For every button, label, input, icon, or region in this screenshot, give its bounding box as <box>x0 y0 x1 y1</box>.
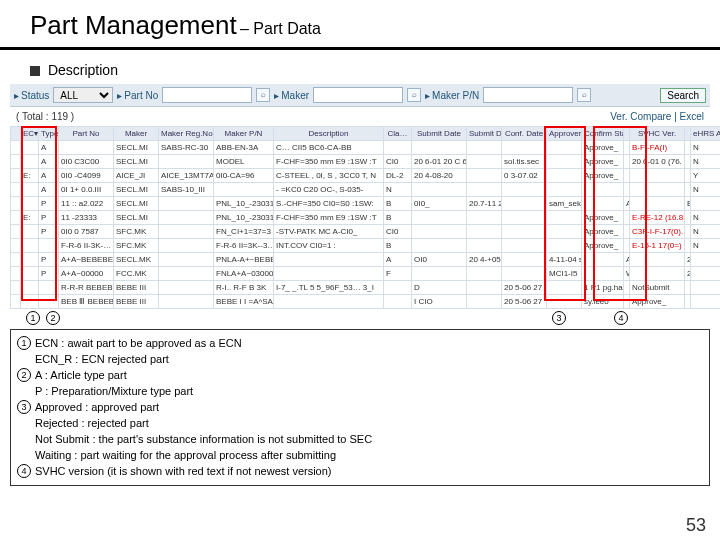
table-cell: -STV-PATK MC A-CI0_ <box>274 225 384 239</box>
table-cell: INT.COV CI0=1 : <box>274 239 384 253</box>
column-header[interactable]: Maker Reg.No <box>159 127 214 141</box>
table-cell <box>582 183 624 197</box>
table-cell: SFC.MK <box>114 225 159 239</box>
table-cell: SABS-10_III <box>159 183 214 197</box>
table-cell <box>159 267 214 281</box>
table-cell: F-R-6 II-3K-… <box>59 239 114 253</box>
table-cell: CI0 <box>384 225 412 239</box>
table-row[interactable]: A0I 1+ 0.0.IIISECL.MISABS-10_III- =KC0 C… <box>11 183 721 197</box>
legend-line: Not Submit : the part's substance inform… <box>17 432 701 448</box>
column-header[interactable]: EC▾ <box>21 127 39 141</box>
table-cell <box>11 141 21 155</box>
table-row[interactable]: E:A0I0 -C4099AICE_JIAICE_13MT7AL0I0-CA=9… <box>11 169 721 183</box>
column-header[interactable]: Cla… <box>384 127 412 141</box>
column-header[interactable]: Confirm Status <box>582 127 624 141</box>
table-cell: I-7_ _.TL 5 5_96F_53… 3_I <box>274 281 384 295</box>
column-header[interactable]: Conf. Date <box>502 127 547 141</box>
table-cell: E: <box>21 169 39 183</box>
table-cell <box>467 267 502 281</box>
table-cell: ABB-EN-3A <box>214 141 274 155</box>
table-row[interactable]: F-R-6 II-3K-…SFC.MKF-R-6 II=3K--3…INT.CO… <box>11 239 721 253</box>
table-cell <box>691 267 721 281</box>
table-cell <box>21 141 39 155</box>
table-cell: Approve_ <box>582 225 624 239</box>
table-cell: 4-11-04 sam_j.- <box>547 253 582 267</box>
table-cell <box>384 295 412 309</box>
maker-lookup-icon[interactable]: ⌕ <box>407 88 421 102</box>
table-cell <box>21 225 39 239</box>
legend-line: ECN_R : ECN rejected part <box>17 352 701 368</box>
table-cell <box>11 183 21 197</box>
table-cell <box>467 183 502 197</box>
column-header[interactable]: Description <box>274 127 384 141</box>
table-cell: A <box>39 155 59 169</box>
legend-text: ECN_R : ECN rejected part <box>35 352 701 368</box>
column-header[interactable]: Submit Div. <box>467 127 502 141</box>
table-cell <box>502 253 547 267</box>
column-header[interactable]: Maker <box>114 127 159 141</box>
page-title: Part Management – Part Data <box>0 0 720 50</box>
table-cell <box>630 183 685 197</box>
table-cell: Approve_ <box>582 169 624 183</box>
table-cell: C-STEEL , 0I, S , 3CC0 T, N <box>274 169 384 183</box>
column-header[interactable]: Type <box>39 127 59 141</box>
legend-marker: 3 <box>17 400 31 414</box>
search-button[interactable]: Search <box>660 88 706 103</box>
makerpn-input[interactable] <box>483 87 573 103</box>
table-cell: 20 6-01 20 C 6-04 2C <box>412 155 467 169</box>
table-row[interactable]: E:P11 -23333SECL.MIPNL_10_-23031F-CHF=35… <box>11 211 721 225</box>
table-cell: SECL.MI <box>114 155 159 169</box>
table-cell <box>467 141 502 155</box>
table-cell: 0I0-CA=96 <box>214 169 274 183</box>
section-description-label: Description <box>0 50 720 84</box>
table-cell: P <box>39 197 59 211</box>
table-cell: 0I0 C3C00 <box>59 155 114 169</box>
title-sub: – Part Data <box>240 20 321 37</box>
column-header[interactable] <box>11 127 21 141</box>
column-header[interactable]: Approver <box>547 127 582 141</box>
table-cell: E: <box>21 211 39 225</box>
table-cell: I CIO <box>412 295 467 309</box>
legend-line: 1ECN : await part to be approved as a EC… <box>17 336 701 352</box>
column-header[interactable]: Submit Date <box>412 127 467 141</box>
column-header[interactable]: Maker P/N <box>214 127 274 141</box>
table-row[interactable]: PA+A~BEBEBESECL.MKPNLA-A+~BEBEBEI-CEF.:C… <box>11 253 721 267</box>
square-bullet-icon <box>30 66 40 76</box>
table-cell: BEB Ⅲ BEBEBE <box>59 295 114 309</box>
column-header[interactable]: SVHC Ver. <box>630 127 685 141</box>
table-row[interactable]: P0I0 0 7587SFC.MKFN_CI+1=37=3-STV-PATK M… <box>11 225 721 239</box>
table-cell: 0I 1+ 0.0.III <box>59 183 114 197</box>
legend-line: Rejected : rejected part <box>17 416 701 432</box>
table-cell: F-CHF=350 mm E9 :1SW :T <box>274 155 384 169</box>
toolbar-links[interactable]: Ver. Compare | Excel <box>610 111 704 122</box>
table-cell <box>21 183 39 197</box>
table-cell: SECL.MI <box>114 211 159 225</box>
maker-input[interactable] <box>313 87 403 103</box>
table-cell: D <box>412 281 467 295</box>
table-cell <box>582 197 624 211</box>
column-header[interactable]: eHRS Approve <box>691 127 721 141</box>
column-header[interactable]: Part No <box>59 127 114 141</box>
table-cell: 0I0 -C4099 <box>59 169 114 183</box>
partno-input[interactable] <box>162 87 252 103</box>
table-row[interactable]: P11 :: a2.022SECL.MIPNL_10_-23031S.-CHF=… <box>11 197 721 211</box>
table-cell: B <box>384 197 412 211</box>
table-row[interactable]: R-R-R BEBEBEBEBE IIIR-I.. R-F B 3KI-7_ _… <box>11 281 721 295</box>
table-cell <box>159 239 214 253</box>
table-row[interactable]: BEB Ⅲ BEBEBEBEBE IIIBEBE I I =A^SA^SA^SA… <box>11 295 721 309</box>
table-row[interactable]: PA+A~00000FCC.MKFNLA+A~0300030_T|0_F|:35… <box>11 267 721 281</box>
table-cell: 20 4-+05-1F 20 <box>467 253 502 267</box>
table-cell: S.-CHF=350 CI0=S0 :1SW: <box>274 197 384 211</box>
partno-lookup-icon[interactable]: ⌕ <box>256 88 270 102</box>
table-cell: F-R-6 II=3K--3… <box>214 239 274 253</box>
table-cell <box>547 225 582 239</box>
marker-3: 3 <box>552 311 566 325</box>
legend-text: Approved : approved part <box>35 400 701 416</box>
table-cell: DL-2 <box>384 169 412 183</box>
table-row[interactable]: ASECL.MISABS-RC-30ABB-EN-3AC… CII5 BC6-C… <box>11 141 721 155</box>
status-select[interactable]: ALL <box>53 87 113 103</box>
table-cell: C3F-I-F-17(0). <box>630 225 685 239</box>
makerpn-lookup-icon[interactable]: ⌕ <box>577 88 591 102</box>
table-row[interactable]: A0I0 C3C00SECL.MIMODELF-CHF=350 mm E9 :1… <box>11 155 721 169</box>
table-cell: A <box>39 183 59 197</box>
